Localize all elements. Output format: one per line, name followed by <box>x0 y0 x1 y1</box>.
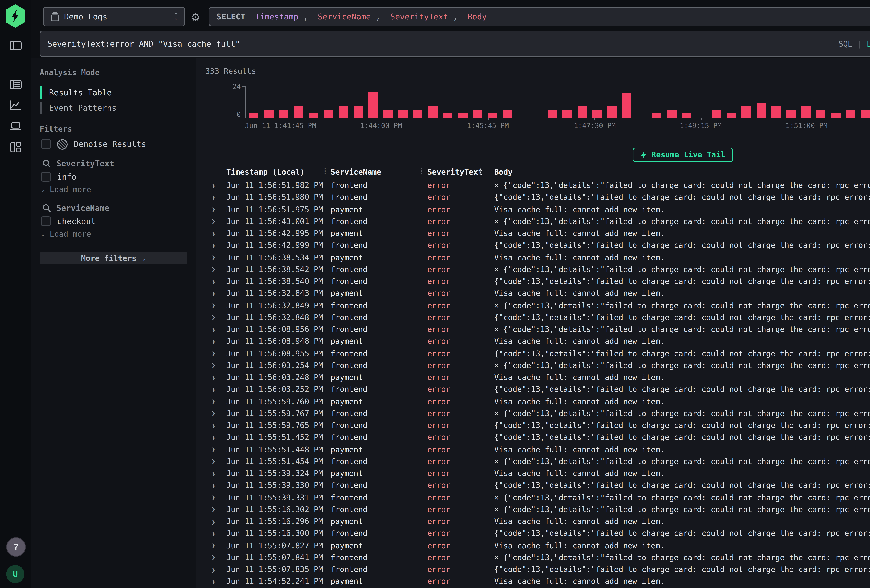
row-expand-icon[interactable]: ❯ <box>207 254 226 261</box>
histogram-bar[interactable] <box>622 93 632 118</box>
denoise-checkbox[interactable] <box>41 139 51 149</box>
histogram-bar[interactable] <box>607 106 617 118</box>
log-row[interactable]: ❯Jun 11 1:56:32.843 PMpaymenterrorVisa c… <box>196 287 870 299</box>
histogram-bar[interactable] <box>324 110 333 118</box>
sql-mode-toggle[interactable]: SQL <box>839 39 852 48</box>
log-row[interactable]: ❯Jun 11 1:55:16.296 PMpaymenterrorVisa c… <box>196 516 870 528</box>
histogram-bar[interactable] <box>816 110 825 118</box>
search-icon[interactable] <box>42 204 51 212</box>
log-row[interactable]: ❯Jun 11 1:55:16.302 PMfrontenderror× {"c… <box>196 504 870 516</box>
log-row[interactable]: ❯Jun 11 1:56:51.975 PMpaymenterrorVisa c… <box>196 204 870 216</box>
histogram-bar[interactable] <box>861 110 870 118</box>
histogram-bar[interactable] <box>309 113 318 118</box>
histogram-bar[interactable] <box>279 110 288 118</box>
histogram-bar[interactable] <box>413 110 423 118</box>
mode-results-table[interactable]: Results Table <box>40 85 186 100</box>
row-expand-icon[interactable]: ❯ <box>207 398 226 405</box>
log-row[interactable]: ❯Jun 11 1:55:39.324 PMpaymenterrorVisa c… <box>196 467 870 479</box>
row-expand-icon[interactable]: ❯ <box>207 290 226 297</box>
log-row[interactable]: ❯Jun 11 1:56:08.948 PMpaymenterrorVisa c… <box>196 336 870 348</box>
select-clause-input[interactable]: SELECT Timestamp, ServiceName, SeverityT… <box>209 7 870 27</box>
histogram-bar[interactable] <box>488 113 497 118</box>
dashboards-icon[interactable] <box>0 138 31 156</box>
chart-explorer-icon[interactable] <box>0 96 31 114</box>
log-row[interactable]: ❯Jun 11 1:55:59.765 PMfrontenderror{"cod… <box>196 420 870 432</box>
log-row[interactable]: ❯Jun 11 1:55:07.841 PMfrontenderror× {"c… <box>196 552 870 564</box>
row-expand-icon[interactable]: ❯ <box>207 266 226 273</box>
log-row[interactable]: ❯Jun 11 1:55:51.452 PMfrontenderror{"cod… <box>196 432 870 444</box>
log-row[interactable]: ❯Jun 11 1:56:51.980 PMfrontenderror{"cod… <box>196 192 870 204</box>
row-expand-icon[interactable]: ❯ <box>207 566 226 573</box>
load-more-servicename[interactable]: ⌄ Load more <box>41 229 91 239</box>
log-row[interactable]: ❯Jun 11 1:56:38.542 PMfrontenderror× {"c… <box>196 263 870 275</box>
log-row[interactable]: ❯Jun 11 1:55:39.330 PMfrontenderror{"cod… <box>196 479 870 492</box>
histogram-bar[interactable] <box>831 113 840 118</box>
source-select[interactable]: Demo Logs ⌃⌄ <box>43 7 185 27</box>
row-expand-icon[interactable]: ❯ <box>207 302 226 309</box>
row-expand-icon[interactable]: ❯ <box>207 494 226 501</box>
row-expand-icon[interactable]: ❯ <box>207 230 226 237</box>
load-more-severitytext[interactable]: ⌄ Load more <box>41 185 91 194</box>
log-row[interactable]: ❯Jun 11 1:56:08.955 PMfrontenderror{"cod… <box>196 348 870 360</box>
histogram-bar[interactable] <box>667 110 676 118</box>
col-severitytext[interactable]: SeverityText <box>428 168 483 177</box>
row-expand-icon[interactable]: ❯ <box>207 242 226 249</box>
row-expand-icon[interactable]: ❯ <box>207 542 226 549</box>
row-expand-icon[interactable]: ❯ <box>207 554 226 561</box>
row-expand-icon[interactable]: ❯ <box>207 422 226 429</box>
sessions-icon[interactable] <box>0 117 31 135</box>
histogram-bar[interactable] <box>563 110 572 118</box>
histogram-bar[interactable] <box>801 106 811 118</box>
histogram-bar[interactable] <box>592 110 602 118</box>
row-expand-icon[interactable]: ❯ <box>207 434 226 441</box>
column-resize-handle[interactable]: ⋮ <box>322 167 328 175</box>
log-row[interactable]: ❯Jun 11 1:55:59.767 PMfrontenderror× {"c… <box>196 408 870 420</box>
log-row[interactable]: ❯Jun 11 1:55:51.448 PMpaymenterrorVisa c… <box>196 444 870 456</box>
row-expand-icon[interactable]: ❯ <box>207 314 226 321</box>
histogram-bar[interactable] <box>398 110 408 118</box>
more-filters-button[interactable]: More filters ⌄ <box>40 252 187 264</box>
histogram-bar[interactable] <box>548 110 557 118</box>
histogram-bar[interactable] <box>756 103 766 118</box>
row-expand-icon[interactable]: ❯ <box>207 578 226 585</box>
lucene-mode-toggle[interactable]: Lucene <box>867 39 870 48</box>
histogram-bar[interactable] <box>727 113 736 118</box>
log-row[interactable]: ❯Jun 11 1:55:39.331 PMfrontenderror× {"c… <box>196 492 870 504</box>
log-row[interactable]: ❯Jun 11 1:55:51.454 PMfrontenderror× {"c… <box>196 456 870 467</box>
column-resize-handle[interactable]: ⋮ <box>418 167 425 175</box>
histogram-bar[interactable] <box>383 110 393 118</box>
logs-search-icon[interactable] <box>0 75 31 93</box>
histogram-bar[interactable] <box>577 106 587 118</box>
column-resize-handle[interactable]: ⋮ <box>477 167 483 175</box>
log-row[interactable]: ❯Jun 11 1:56:38.534 PMpaymenterrorVisa c… <box>196 252 870 263</box>
log-row[interactable]: ❯Jun 11 1:54:52.241 PMpaymenterrorVisa c… <box>196 576 870 588</box>
histogram-bar[interactable] <box>786 110 796 118</box>
histogram-bar[interactable] <box>712 110 721 118</box>
row-expand-icon[interactable]: ❯ <box>207 470 226 477</box>
histogram-bar[interactable] <box>249 113 259 118</box>
histogram-bar[interactable] <box>368 92 378 118</box>
row-expand-icon[interactable]: ❯ <box>207 458 226 465</box>
log-row[interactable]: ❯Jun 11 1:55:07.835 PMfrontenderror{"cod… <box>196 564 870 576</box>
info-checkbox[interactable] <box>41 172 51 182</box>
log-row[interactable]: ❯Jun 11 1:56:32.848 PMfrontenderror{"cod… <box>196 311 870 324</box>
row-expand-icon[interactable]: ❯ <box>207 506 226 513</box>
app-logo-icon[interactable] <box>6 4 25 28</box>
log-row[interactable]: ❯Jun 11 1:56:08.956 PMfrontenderror× {"c… <box>196 324 870 336</box>
help-button[interactable]: ? <box>6 537 26 557</box>
log-row[interactable]: ❯Jun 11 1:55:16.300 PMfrontenderror{"cod… <box>196 528 870 540</box>
row-expand-icon[interactable]: ❯ <box>207 350 226 357</box>
log-row[interactable]: ❯Jun 11 1:56:42.995 PMpaymenterrorVisa c… <box>196 228 870 240</box>
log-row[interactable]: ❯Jun 11 1:56:32.849 PMfrontenderror× {"c… <box>196 299 870 311</box>
histogram-bar[interactable] <box>503 110 512 118</box>
log-row[interactable]: ❯Jun 11 1:56:03.254 PMfrontenderror× {"c… <box>196 360 870 372</box>
row-expand-icon[interactable]: ❯ <box>207 518 226 525</box>
row-expand-icon[interactable]: ❯ <box>207 374 226 381</box>
checkout-checkbox[interactable] <box>41 216 51 226</box>
row-expand-icon[interactable]: ❯ <box>207 446 226 453</box>
histogram-bar[interactable] <box>846 110 855 118</box>
histogram-bar[interactable] <box>294 106 303 118</box>
settings-gear-icon[interactable]: ⚙ <box>188 10 203 25</box>
col-timestamp[interactable]: Timestamp (Local) <box>226 168 304 177</box>
row-expand-icon[interactable]: ❯ <box>207 182 226 189</box>
